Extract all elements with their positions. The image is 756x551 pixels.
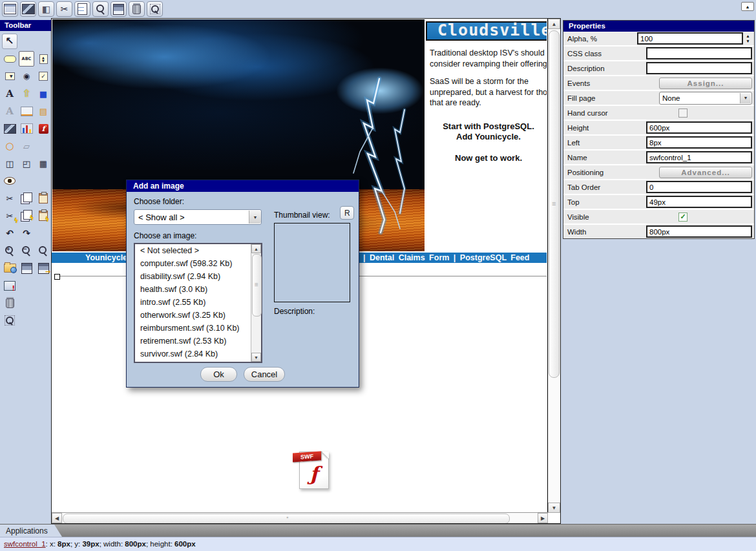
image-list-item-1[interactable]: computer.swf (598.32 Kb) (135, 257, 261, 270)
textfield-tool-tool[interactable]: ABC (19, 52, 34, 66)
save-tool[interactable] (19, 261, 34, 275)
tab-order-field[interactable] (646, 181, 752, 193)
align-tool-tool[interactable]: ◰ (19, 156, 34, 171)
static-label-tool-tool[interactable]: A (2, 104, 17, 118)
image-list-item-4[interactable]: intro.swf (2.55 Kb) (135, 296, 261, 309)
description-field[interactable] (646, 62, 752, 74)
applications-tab[interactable]: Applications (0, 525, 62, 537)
delete-tool[interactable] (2, 296, 17, 310)
canvas-vertical-scrollbar[interactable]: ▲ ▼ (547, 19, 560, 513)
scroll-up-button[interactable]: ▲ (548, 19, 560, 29)
select-pointer-tool[interactable]: ↖ (2, 34, 17, 48)
cut-db-tool[interactable]: ✂ (2, 209, 17, 223)
hand-cursor-checkbox[interactable] (678, 109, 688, 118)
zoom-tool[interactable] (36, 244, 51, 258)
layers-tool-tool[interactable]: ◫ (2, 156, 17, 171)
events-button[interactable]: Assign... (659, 78, 752, 89)
document-button[interactable] (74, 1, 90, 17)
folder-combobox-value: < Show all > (134, 213, 249, 222)
canvas-horizontal-scrollbar[interactable]: ◀ ▶ (52, 512, 548, 523)
image-list-item-7[interactable]: retirement.swf (2.53 Kb) (135, 335, 261, 348)
visible-checkbox[interactable]: ✓ (678, 213, 688, 222)
ring-tool-tool[interactable]: ○ (2, 139, 17, 153)
paste-tool[interactable] (36, 191, 51, 205)
checkbox-tool-tool[interactable]: ✓ (36, 69, 51, 83)
swf-control[interactable]: ƒ SWF (295, 450, 331, 489)
radio-tool-tool[interactable]: ◉ (19, 69, 34, 83)
scroll-down-button[interactable]: ▼ (548, 503, 560, 513)
ok-button[interactable]: Ok (200, 367, 237, 382)
combobox-dropdown-icon[interactable]: ▼ (249, 211, 261, 224)
image-listbox[interactable]: < Not selected >computer.swf (598.32 Kb)… (134, 243, 262, 363)
positioning-button[interactable]: Advanced... (659, 167, 752, 178)
scroll-right-button[interactable]: ▶ (538, 513, 548, 523)
eraser-tool-tool[interactable]: ▱ (19, 139, 34, 153)
listbox-scroll-thumb[interactable] (252, 254, 262, 317)
scroll-top-button[interactable]: ▲ (741, 2, 754, 11)
image-tool-tool[interactable] (2, 121, 17, 136)
left-field[interactable] (646, 136, 752, 149)
fill-page-select[interactable]: None▼ (659, 92, 752, 105)
zoom-select-tool[interactable] (2, 313, 17, 327)
label-tool-tool[interactable]: A (2, 87, 17, 101)
trash-button[interactable] (129, 1, 145, 17)
alpha-stepper[interactable]: ▲▼ (744, 33, 752, 44)
vertical-scroll-thumb[interactable] (549, 30, 560, 378)
zoom-region-button[interactable] (147, 1, 163, 17)
form-designer-button[interactable] (2, 1, 18, 17)
image-list-item-6[interactable]: reimbursment.swf (3.10 Kb) (135, 322, 261, 335)
image-list-item-0[interactable]: < Not selected > (135, 244, 261, 257)
image-list-item-8[interactable]: survivor.swf (2.84 Kb) (135, 348, 261, 360)
paste-db-tool[interactable] (36, 209, 51, 223)
refresh-thumbnail-button[interactable]: R (340, 206, 354, 220)
search-button[interactable] (92, 1, 109, 17)
checkbox-tool-icon: ✓ (39, 72, 48, 81)
image-list-item-3[interactable]: health.swf (3.0 Kb) (135, 283, 261, 296)
cut-pointer-button[interactable]: ✂ (56, 1, 72, 17)
image-list-item-5[interactable]: otherwork.swf (3.25 Kb) (135, 309, 261, 322)
open-remote-tool[interactable] (2, 261, 17, 275)
horizontal-scroll-thumb[interactable] (63, 514, 510, 524)
selection-handle[interactable] (54, 274, 60, 280)
listbox-scroll-up-button[interactable]: ▲ (251, 244, 261, 253)
cut-tool[interactable]: ✂ (2, 191, 17, 205)
navbar-younicycle-link[interactable]: Younicycle (85, 253, 127, 262)
zoom-in-tool[interactable]: + (2, 244, 17, 258)
height-field[interactable] (646, 121, 752, 134)
spinner-tool-tool[interactable] (36, 52, 51, 66)
zoom-out-tool[interactable]: − (19, 244, 34, 258)
redo-tool[interactable]: ↷ (19, 226, 34, 240)
folder-combobox[interactable]: < Show all > ▼ (134, 209, 262, 225)
image-list-item-2[interactable]: disability.swf (2.94 Kb) (135, 270, 261, 283)
status-control-link[interactable]: swfcontrol_1 (4, 540, 46, 548)
arrow-tool-tool[interactable]: ⇧ (19, 87, 34, 101)
css-class-field[interactable] (646, 47, 752, 59)
alpha-field[interactable] (637, 32, 743, 45)
visibility-tool-tool[interactable] (2, 174, 17, 188)
copy-tool[interactable] (19, 191, 34, 205)
chevron-down-icon[interactable]: ▼ (740, 93, 751, 103)
cancel-button[interactable]: Cancel (244, 367, 285, 382)
textarea-tool-tool[interactable] (19, 104, 34, 118)
navbar-links[interactable]: | Dental Claims Form | PostgreSQL Feed (363, 253, 529, 262)
button-tool-tool[interactable] (2, 52, 17, 66)
preview-tool[interactable] (2, 278, 17, 293)
save-button[interactable] (110, 1, 127, 17)
menu-tool-tool[interactable]: ▤ (36, 104, 51, 118)
listbox-scroll-down-button[interactable]: ▼ (251, 353, 261, 362)
width-field[interactable] (646, 225, 752, 238)
copy-db-tool[interactable] (19, 209, 34, 223)
image-manager-button[interactable] (20, 1, 36, 17)
listbox-scrollbar[interactable]: ▲ ▼ (251, 244, 261, 362)
save-as-tool[interactable] (36, 261, 51, 275)
chart-tool-tool[interactable] (19, 121, 34, 136)
top-field[interactable] (646, 196, 752, 208)
flash-tool-tool[interactable]: f (36, 121, 51, 136)
panel-toggle-button[interactable]: ◧ (38, 1, 54, 17)
name-field[interactable] (646, 151, 752, 163)
scroll-left-button[interactable]: ◀ (52, 513, 62, 523)
grid-tool-tool[interactable]: ▦ (36, 156, 51, 171)
combobox-tool-tool[interactable] (2, 69, 17, 83)
undo-tool[interactable]: ↶ (2, 226, 17, 240)
rectangle-tool-tool[interactable]: ■ (36, 87, 51, 101)
